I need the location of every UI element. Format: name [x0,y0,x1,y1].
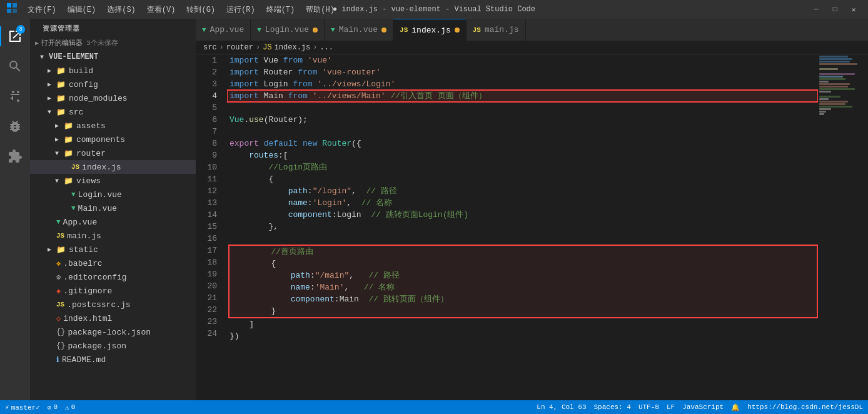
line-num-19: 19 [196,268,222,280]
debug-icon[interactable] [0,111,30,141]
tab-main-vue[interactable]: ▼ Main.vue [325,19,393,41]
node-modules-label: node_modules [69,94,128,103]
menu-file[interactable]: 文件(F) [23,3,61,16]
line-num-6: 6 [196,114,222,126]
breadcrumb: src › router › JS index.js › ... [196,41,868,54]
close-button[interactable]: ✕ [845,3,862,16]
tab-login-vue-icon: ▼ [257,26,261,34]
code-line-21: component:Main // 跳转页面（组件） [230,293,817,305]
open-editors-count: 3个未保存 [86,38,118,48]
config-arrow: ▶ [48,81,54,88]
index-html-icon: ◇ [56,314,61,323]
code-line-19: path:"/main", // 路径 [230,270,817,281]
sidebar-item-src[interactable]: ▼ 📁 src [30,105,196,119]
sidebar-item-node-modules[interactable]: ▶ 📁 node_modules [30,91,196,105]
search-activity-icon[interactable] [0,51,30,81]
status-spaces[interactable]: Spaces: 4 [594,403,631,411]
status-notification[interactable]: 🔔 [731,403,740,411]
line-num-15: 15 [196,221,222,233]
status-branch[interactable]: ⚡ master✓ [5,403,40,411]
sidebar-item-app-vue[interactable]: ▼ App.vue [30,215,196,229]
language-text: JavaScript [682,403,724,411]
sidebar-item-index-js[interactable]: JS index.js [30,160,196,174]
status-eol[interactable]: LF [667,403,675,411]
status-csdn-link[interactable]: https://blog.csdn.net/jessDL [747,403,863,411]
status-position[interactable]: Ln 4, Col 63 [537,403,586,411]
code-line-15: }, [227,221,818,233]
sidebar-item-postcssrc[interactable]: JS .postcssrc.js [30,298,196,311]
bc-src[interactable]: src [203,43,217,52]
menu-edit[interactable]: 编辑(E) [63,3,101,16]
menu-select[interactable]: 选择(S) [102,3,141,16]
tab-main-vue-label: Main.vue [339,25,378,34]
sidebar-item-babelrc[interactable]: ❖ .babelrc [30,256,196,270]
sidebar-item-assets[interactable]: ▶ 📁 assets [30,119,196,133]
menu-run[interactable]: 运行(R) [221,3,260,16]
code-line-23: ] [227,318,818,330]
line-num-9: 9 [196,149,222,161]
sidebar-item-editorconfig[interactable]: ⚙ .editorconfig [30,270,196,284]
readme-icon: ℹ [56,355,59,365]
status-bar-right: Ln 4, Col 63 Spaces: 4 UTF-8 LF JavaScri… [537,403,863,411]
tab-login-vue[interactable]: ▼ Login.vue [251,19,325,41]
tab-main-js[interactable]: JS main.js [467,19,526,41]
line-numbers: 1 2 3 4 5 6 7 8 9 10 11 12 13 14 15 16 1… [196,54,227,400]
mini-line-14 [819,88,855,90]
src-folder-icon: 📁 [56,108,66,117]
sidebar-item-router[interactable]: ▼ 📁 router [30,146,196,160]
postcssrc-label: .postcssrc.js [67,300,130,310]
bc-indexjs[interactable]: index.js [275,43,311,52]
maximize-button[interactable]: □ [827,3,843,16]
sidebar-item-build[interactable]: ▶ 📁 build [30,64,196,78]
tab-login-modified-dot [313,28,318,33]
svg-rect-3 [13,9,17,13]
sidebar-item-components[interactable]: ▶ 📁 components [30,133,196,146]
sidebar-item-package-json[interactable]: {} package.json [30,339,196,353]
menu-terminal[interactable]: 终端(T) [261,3,300,16]
sidebar-item-main-js[interactable]: JS main.js [30,229,196,243]
main-js-label: main.js [67,231,101,241]
project-root[interactable]: ▼ VUE-ELEMENT [30,50,196,64]
sidebar-item-static[interactable]: ▶ 📁 static [30,243,196,256]
main-vue-icon: ▼ [71,204,76,212]
status-encoding[interactable]: UTF-8 [638,403,659,411]
gitignore-icon: ◈ [56,286,61,296]
mini-line-22 [819,108,831,110]
line-num-22: 22 [196,304,222,316]
minimize-button[interactable]: ─ [808,3,824,16]
open-editors-section[interactable]: ▶ 打开的编辑器 3个未保存 [30,36,196,50]
status-warnings[interactable]: ⚠ 0 [65,403,75,411]
sidebar-item-views[interactable]: ▼ 📁 views [30,174,196,188]
sidebar-item-config[interactable]: ▶ 📁 config [30,78,196,91]
bc-router[interactable]: router [226,43,253,52]
mini-line-17 [819,96,840,98]
explorer-icon[interactable]: 3 [0,21,30,51]
branch-name: master✓ [11,403,40,411]
mini-line-21 [819,106,852,108]
router-label: router [76,149,106,158]
status-errors[interactable]: ⊘ 0 [48,403,58,411]
status-language[interactable]: JavaScript [682,403,724,411]
line-num-5: 5 [196,102,222,114]
sidebar-item-index-html[interactable]: ◇ index.html [30,311,196,325]
minimap-content [818,54,868,117]
pkg-json-icon: {} [56,341,65,350]
sidebar-item-gitignore[interactable]: ◈ .gitignore [30,284,196,298]
mini-line-10 [819,78,845,80]
extensions-icon[interactable] [0,141,30,171]
components-label: components [76,135,125,144]
source-control-icon[interactable] [0,81,30,111]
code-line-6: Vue.use(Router); [227,114,818,126]
tab-index-js[interactable]: JS index.js [393,19,467,41]
tab-app-vue[interactable]: ▼ App.vue [196,19,251,41]
menu-goto[interactable]: 转到(G) [181,3,220,16]
config-label: config [69,80,98,89]
menu-view[interactable]: 查看(V) [142,3,181,16]
sidebar-item-package-lock[interactable]: {} package-lock.json [30,325,196,339]
code-content[interactable]: import Vue from 'vue' import Router from… [227,54,818,400]
sidebar-item-readme[interactable]: ℹ README.md [30,353,196,366]
assets-label: assets [76,121,106,131]
sidebar-item-login-vue[interactable]: ▼ Login.vue [30,188,196,201]
readme-label: README.md [62,355,106,365]
sidebar-item-main-vue[interactable]: ▼ Main.vue [30,201,196,215]
